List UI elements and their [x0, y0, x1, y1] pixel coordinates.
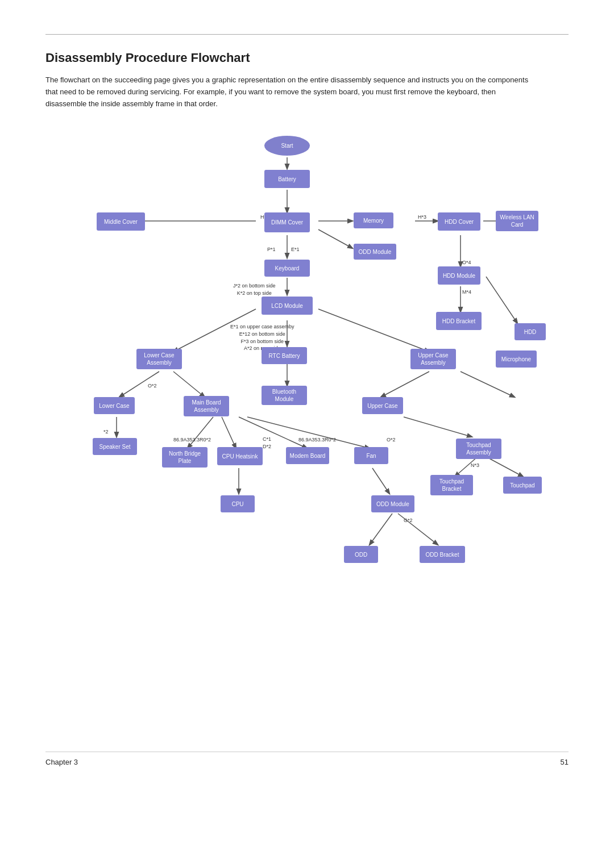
top-rule	[45, 34, 569, 35]
label-n3: N*3	[471, 462, 479, 468]
node-hdd: HDD	[515, 323, 546, 340]
node-hdd-module: HDD Module	[438, 266, 480, 285]
label-o4: O*4	[462, 260, 471, 265]
node-hdd-bracket: HDD Bracket	[436, 312, 482, 330]
node-cpu-heatsink: CPU Heatsink	[217, 447, 263, 465]
svg-line-14	[318, 309, 429, 352]
node-fan: Fan	[354, 447, 388, 464]
node-lcd-module: LCD Module	[262, 297, 313, 315]
footer-chapter: Chapter 3	[45, 758, 78, 766]
node-odd-module-bot: ODD Module	[371, 495, 414, 512]
svg-line-6	[318, 229, 352, 248]
flowchart: Start Battery H*2 H*3 Memory DIMM Cover …	[63, 130, 551, 755]
node-modem-board: Modem Board	[286, 447, 329, 464]
svg-line-24	[239, 417, 307, 448]
svg-line-26	[404, 417, 472, 437]
label-c1-d2: C*1 D*2	[263, 436, 271, 450]
label-e1: E*1	[291, 247, 300, 252]
node-start: Start	[264, 136, 310, 156]
node-touchpad-bracket: Touchpad Bracket	[430, 475, 473, 495]
node-odd-bracket: ODD Bracket	[420, 546, 465, 563]
node-upper-case: Upper Case	[362, 397, 403, 414]
node-lower-case: Lower Case	[94, 397, 135, 414]
svg-line-28	[486, 457, 523, 477]
label-g2: G*2	[404, 518, 413, 523]
node-upper-case-assembly: Upper Case Assembly	[410, 349, 456, 369]
node-touchpad: Touchpad	[503, 477, 542, 494]
node-hdd-cover: HDD Cover	[438, 212, 480, 231]
node-touchpad-assembly: Touchpad Assembly	[456, 439, 501, 459]
intro-text: The flowchart on the succeeding page giv…	[45, 74, 534, 110]
node-main-board-assembly: Main Board Assembly	[184, 396, 229, 416]
svg-line-30	[372, 468, 389, 494]
node-cpu: CPU	[221, 495, 255, 512]
label-star2: *2	[103, 429, 109, 435]
svg-line-20	[460, 372, 515, 397]
node-speaker-set: Speaker Set	[93, 438, 137, 455]
node-bluetooth: Bluetooth Module	[262, 386, 307, 405]
label-m4: M*4	[462, 289, 471, 295]
label-p1: P*1	[267, 247, 276, 252]
node-north-bridge-plate: North Bridge Plate	[162, 447, 208, 468]
node-rtc-battery: RTC Battery	[262, 347, 307, 364]
svg-line-31	[370, 514, 392, 545]
label-o2-fan: O*2	[387, 437, 396, 443]
page: Disassembly Procedure Flowchart The flow…	[0, 0, 614, 789]
node-odd-module-top: ODD Module	[354, 244, 396, 260]
node-keyboard: Keyboard	[264, 260, 310, 277]
label-h3: H*3	[418, 214, 426, 220]
footer-page-number: 51	[561, 758, 569, 766]
svg-line-23	[222, 417, 236, 448]
svg-line-19	[381, 372, 429, 397]
node-dimm-cover: DIMM Cover	[264, 212, 310, 232]
label-j2-k2: J*2 on bottom side K*2 on top side	[233, 282, 276, 297]
node-microphone: Microphone	[496, 350, 537, 368]
node-memory: Memory	[354, 212, 393, 228]
node-odd: ODD	[344, 546, 378, 563]
svg-line-22	[188, 417, 213, 448]
node-lower-case-assembly: Lower Case Assembly	[136, 349, 182, 369]
footer: Chapter 3 51	[45, 752, 569, 766]
label-86a-left: 86.9A353.3R0*2	[173, 437, 211, 443]
svg-line-18	[173, 372, 205, 397]
label-o2-lower: O*2	[148, 383, 157, 389]
node-battery: Battery	[264, 170, 310, 188]
node-middle-cover: Middle Cover	[97, 212, 145, 231]
label-86a-right: 86.9A353.3R0*2	[298, 437, 336, 443]
svg-line-11	[486, 277, 517, 323]
node-wireless-lan: Wireless LAN Card	[496, 211, 538, 231]
page-title: Disassembly Procedure Flowchart	[45, 51, 569, 65]
